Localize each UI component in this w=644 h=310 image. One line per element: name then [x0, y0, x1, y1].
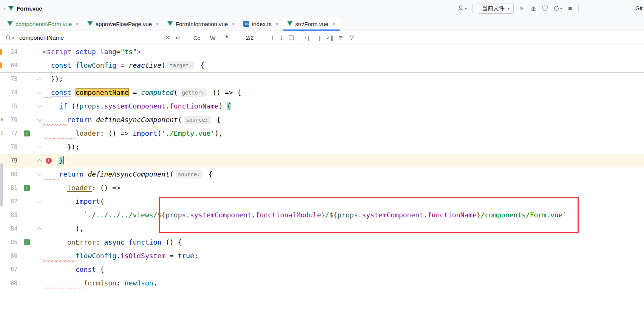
- run-config-selector[interactable]: 当前文件 ▾: [478, 3, 514, 14]
- fold-icon[interactable]: [37, 159, 42, 164]
- add-occurrence-icon[interactable]: +∥: [304, 35, 310, 41]
- code-line-82[interactable]: 82 import(: [0, 195, 644, 208]
- text-caret: [63, 156, 64, 164]
- vue-icon: [287, 21, 293, 26]
- line-number: 78: [0, 140, 17, 154]
- clear-icon[interactable]: ×: [165, 34, 170, 41]
- newline-icon[interactable]: ↵: [175, 34, 181, 42]
- select-all-occurrences-icon[interactable]: ✓∥: [326, 35, 334, 41]
- code-line-88[interactable]: 88 formJson: newJson,: [0, 276, 644, 290]
- implement-arrow-icon[interactable]: ↑: [24, 130, 30, 136]
- tab-label: FormInformation.vue: [176, 21, 228, 27]
- breadcrumb-chevron-icon: ›: [4, 5, 6, 12]
- line-number: 74: [0, 86, 17, 99]
- tab-components-form-vue[interactable]: components\Form.vue×: [3, 17, 83, 31]
- code-line-73[interactable]: 73 });: [0, 72, 644, 86]
- fold-icon[interactable]: [37, 117, 42, 122]
- fold-icon[interactable]: [37, 171, 42, 176]
- fold-icon[interactable]: [37, 103, 42, 108]
- line-number: 73: [0, 72, 17, 86]
- code-text: ),: [43, 222, 83, 236]
- implement-arrow-icon[interactable]: ↑: [24, 239, 30, 245]
- edge-artifact: 6: [1, 113, 4, 127]
- implement-arrow-icon[interactable]: ↑: [24, 185, 30, 191]
- code-line-86[interactable]: 86 flowConfig.isOldSystem = true;: [0, 249, 644, 263]
- match-case-toggle[interactable]: Cc: [191, 34, 203, 42]
- code-line-81[interactable]: 81↑ loader: () =>: [0, 181, 644, 195]
- regex-toggle[interactable]: *: [222, 35, 231, 40]
- scrollbar-artifact[interactable]: [0, 163, 3, 206]
- code-editor[interactable]: 24<script setup lang="ts">69 const flowC…: [0, 45, 644, 310]
- edge-artifact: 5: [1, 127, 4, 140]
- code-text: loader: () => import('./Empty.vue'),: [43, 127, 223, 140]
- fold-icon[interactable]: [37, 146, 42, 150]
- code-line-83[interactable]: 83 `./../../../views/${props.systemCompo…: [0, 208, 644, 222]
- fold-icon[interactable]: [37, 198, 42, 203]
- code-line-74[interactable]: 74 const componentName = computed(getter…: [0, 86, 644, 99]
- user-icon[interactable]: ▾: [457, 5, 467, 12]
- debug-icon[interactable]: [530, 5, 537, 12]
- line-number: 84: [0, 222, 17, 236]
- stop-icon[interactable]: [567, 6, 573, 11]
- vcs-change-mark: [0, 49, 2, 55]
- typescript-icon: TS: [243, 21, 249, 27]
- code-text: return defineAsyncComponent(source: {: [43, 167, 213, 181]
- tab-approveflowpage-vue[interactable]: approveFlowPage.vue×: [83, 17, 163, 31]
- code-text: <script setup lang="ts">: [43, 45, 141, 59]
- divider: [472, 4, 473, 12]
- coverage-icon[interactable]: [542, 5, 548, 11]
- close-icon[interactable]: ×: [275, 21, 279, 27]
- line-number: 24: [0, 45, 17, 59]
- fold-icon[interactable]: [37, 78, 42, 82]
- code-text: const componentName = computed(getter: (…: [43, 86, 241, 99]
- find-toolbar: ▾ × ↵ Cc W * 2/2 ↑ ↓ +∥ −∥ ✓∥: [0, 31, 644, 45]
- vue-icon: [87, 21, 93, 26]
- match-count: 2/2: [246, 35, 253, 41]
- tab-forminformation-vue[interactable]: FormInformation.vue×: [163, 17, 239, 31]
- toolbar-right: ▾ 当前文件 ▾ ▾: [457, 3, 579, 14]
- close-icon[interactable]: ×: [332, 21, 335, 27]
- code-line-24[interactable]: 24<script setup lang="ts">: [0, 45, 644, 59]
- remove-occurrence-icon[interactable]: −∥: [315, 35, 321, 41]
- line-number: 83: [0, 208, 17, 222]
- search-input[interactable]: [19, 34, 161, 42]
- code-line-84[interactable]: 84 ),: [0, 222, 644, 236]
- code-line-77[interactable]: 775↑ loader: () => import('./Empty.vue')…: [0, 127, 644, 140]
- filter-icon[interactable]: [349, 35, 355, 41]
- code-line-87[interactable]: 87 const {: [0, 263, 644, 276]
- tab-src-form-vue[interactable]: src\Form.vue×: [283, 17, 340, 31]
- fold-icon[interactable]: [37, 90, 42, 95]
- profiler-icon[interactable]: ▾: [553, 5, 562, 11]
- code-line-85[interactable]: 85↑ onError: async function () {: [0, 236, 644, 249]
- close-icon[interactable]: ×: [232, 21, 235, 27]
- code-line-79[interactable]: 79! }: [0, 154, 644, 167]
- code-text: const flowConfig = reactive(target: {: [43, 59, 204, 72]
- run-icon[interactable]: [519, 5, 525, 11]
- git-menu[interactable]: Git: [635, 5, 642, 11]
- code-line-69[interactable]: 69 const flowConfig = reactive(target: {: [0, 59, 644, 72]
- code-text: });: [43, 140, 80, 154]
- divider: [578, 4, 579, 12]
- code-line-78[interactable]: 78 });: [0, 140, 644, 154]
- next-match-button[interactable]: ↓: [279, 34, 284, 41]
- fold-icon[interactable]: [37, 227, 42, 232]
- previous-match-button[interactable]: ↑: [270, 34, 275, 41]
- list-options-icon[interactable]: [338, 35, 344, 41]
- code-line-75[interactable]: 75 if (!props.systemComponent.functionNa…: [0, 99, 644, 113]
- code-text: `./../../../views/${props.systemComponen…: [43, 208, 567, 222]
- line-number: 88: [0, 276, 17, 290]
- chevron-down-icon: ▾: [560, 6, 562, 11]
- tab-label: components\Form.vue: [15, 21, 72, 27]
- divider: [299, 34, 299, 42]
- code-line-76[interactable]: 766 return defineAsyncComponent(source: …: [0, 113, 644, 127]
- whole-words-toggle[interactable]: W: [207, 34, 218, 42]
- open-in-tool-window-icon[interactable]: [288, 35, 294, 41]
- code-line-80[interactable]: 80 return defineAsyncComponent(source: {: [0, 167, 644, 181]
- divider: [186, 34, 186, 42]
- search-icon[interactable]: ▾: [5, 35, 14, 41]
- close-icon[interactable]: ×: [156, 21, 159, 27]
- vue-icon: [7, 21, 13, 26]
- sticky-lines-separator: [0, 72, 644, 73]
- tab-index-ts[interactable]: TSindex.ts×: [239, 17, 283, 31]
- close-icon[interactable]: ×: [76, 21, 79, 27]
